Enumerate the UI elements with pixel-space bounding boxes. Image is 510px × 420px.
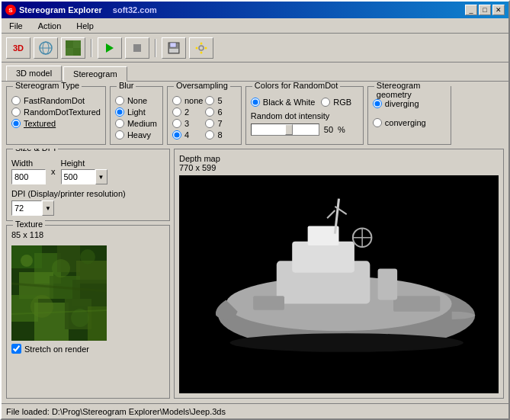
texture-svg (11, 245, 107, 341)
type-textured[interactable]: Textured (11, 119, 101, 128)
oversamp-8-radio[interactable] (205, 130, 214, 139)
svg-point-50 (230, 333, 463, 352)
oversamp-6-radio[interactable] (205, 107, 214, 117)
random-dot-intensity-section: Random dot intensity 50 % (251, 111, 358, 136)
type-random-dot-textured-radio[interactable] (11, 107, 21, 117)
svg-rect-39 (292, 242, 354, 273)
toolbar-settings-button[interactable] (189, 37, 213, 59)
intensity-slider-thumb[interactable] (285, 124, 293, 135)
svg-rect-7 (133, 44, 141, 52)
oversampling-options: none 5 2 6 3 (172, 96, 236, 139)
height-spin-button[interactable]: ▼ (95, 169, 107, 184)
stereogram-type-label: Stereogram Type (13, 81, 82, 90)
width-input[interactable] (11, 169, 46, 184)
type-fast-random-dot-radio[interactable] (11, 96, 21, 105)
blur-medium[interactable]: Medium (115, 119, 158, 128)
colors-options: Black & White RGB (251, 98, 358, 107)
type-random-dot-textured[interactable]: RandomDotTextured (11, 107, 101, 117)
intensity-slider-track[interactable] (251, 123, 319, 136)
width-col: Width (11, 159, 46, 184)
main-window: S Stereogram Explorer soft32.com _ □ ✕ F… (0, 0, 510, 420)
depth-map-dimensions: 770 x 599 (179, 163, 499, 172)
oversamp-8[interactable]: 8 (205, 130, 236, 139)
geometry-diverging[interactable]: diverging (373, 99, 446, 108)
depth-map-inner (179, 175, 499, 393)
dpi-row: DPI (Display/printer resolution) ▼ (11, 189, 165, 216)
blur-light-radio[interactable] (115, 107, 124, 117)
blur-medium-radio[interactable] (115, 119, 124, 128)
dpi-label: DPI (Display/printer resolution) (11, 189, 165, 198)
svg-point-15 (205, 46, 207, 49)
dpi-spin-button[interactable]: ▼ (42, 200, 54, 216)
tab-3d-model[interactable]: 3D model (6, 66, 62, 81)
oversamp-6[interactable]: 6 (205, 107, 236, 117)
oversamp-7[interactable]: 7 (205, 119, 236, 128)
geometry-converging[interactable]: converging (373, 118, 446, 127)
svg-point-29 (52, 259, 70, 277)
menu-help[interactable]: Help (72, 20, 98, 32)
maximize-button[interactable]: □ (479, 5, 491, 15)
toolbar-save-button[interactable] (162, 37, 186, 59)
x-separator: x (49, 167, 58, 176)
oversamp-none-radio[interactable] (172, 96, 181, 105)
dpi-input[interactable] (11, 200, 42, 216)
menu-file[interactable]: File (5, 20, 27, 32)
blur-light[interactable]: Light (115, 107, 158, 117)
toolbar-3d-button[interactable]: 3D (6, 37, 30, 59)
toolbar-globe-button[interactable] (34, 37, 58, 59)
toolbar: 3D (2, 34, 508, 63)
tab-stereogram[interactable]: Stereogram (63, 66, 127, 82)
blur-heavy[interactable]: Heavy (115, 130, 158, 139)
bottom-row: Size & DPI Width x Height (6, 149, 504, 399)
texture-label: Texture (13, 220, 45, 229)
height-col: Height ▼ (61, 159, 107, 184)
app-icon: S (5, 5, 16, 15)
tabs: 3D model Stereogram (2, 63, 508, 81)
stretch-checkbox[interactable] (11, 344, 21, 354)
oversamp-5[interactable]: 5 (205, 96, 236, 105)
oversamp-3[interactable]: 3 (172, 119, 203, 128)
type-fast-random-dot[interactable]: FastRandomDot (11, 96, 101, 105)
svg-point-13 (200, 51, 203, 53)
toolbar-play-button[interactable] (98, 37, 122, 59)
toolbar-texture-button[interactable] (61, 37, 85, 59)
toolbar-stop-button[interactable] (125, 37, 149, 59)
site-label: soft32.com (113, 5, 157, 14)
oversamp-7-radio[interactable] (205, 119, 214, 128)
blur-none[interactable]: None (115, 96, 158, 105)
oversamp-5-radio[interactable] (205, 96, 214, 105)
oversamp-2-radio[interactable] (172, 107, 181, 117)
color-rgb-radio[interactable] (321, 98, 330, 107)
oversamp-none[interactable]: none (172, 96, 203, 105)
oversamp-4[interactable]: 4 (172, 130, 203, 139)
stereogram-type-options: FastRandomDot RandomDotTextured Textured (11, 96, 101, 128)
menu-action[interactable]: Action (34, 20, 66, 32)
top-controls-row: Stereogram Type FastRandomDot RandomDotT… (6, 86, 504, 145)
blur-none-radio[interactable] (115, 96, 124, 105)
color-bw-radio[interactable] (251, 98, 260, 107)
oversamp-4-radio[interactable] (172, 130, 181, 139)
blur-heavy-radio[interactable] (115, 130, 124, 139)
title-bar: S Stereogram Explorer soft32.com _ □ ✕ (2, 2, 508, 18)
oversampling-group: Oversampling none 5 2 (167, 86, 242, 145)
close-button[interactable]: ✕ (492, 5, 505, 15)
svg-rect-5 (73, 48, 81, 56)
status-bar: File loaded: D:\Prog\Stereogram Explorer… (2, 403, 508, 418)
oversampling-label: Oversampling (174, 81, 230, 90)
height-label: Height (61, 159, 107, 168)
oversamp-2[interactable]: 2 (172, 107, 203, 117)
height-input[interactable] (61, 169, 95, 184)
oversamp-3-radio[interactable] (172, 119, 181, 128)
title-bar-buttons: _ □ ✕ (465, 5, 505, 15)
color-rgb[interactable]: RGB (321, 98, 351, 107)
color-bw[interactable]: Black & White (251, 98, 315, 107)
svg-point-14 (196, 46, 198, 49)
main-content: Stereogram Type FastRandomDot RandomDotT… (2, 81, 508, 403)
type-textured-radio[interactable] (11, 119, 21, 128)
geometry-diverging-radio[interactable] (373, 99, 382, 108)
minimize-button[interactable]: _ (465, 5, 477, 15)
svg-point-28 (21, 255, 33, 267)
svg-rect-49 (378, 269, 398, 300)
colors-group: Colors for RandomDot Black & White RGB R… (245, 86, 364, 145)
geometry-converging-radio[interactable] (373, 118, 382, 127)
